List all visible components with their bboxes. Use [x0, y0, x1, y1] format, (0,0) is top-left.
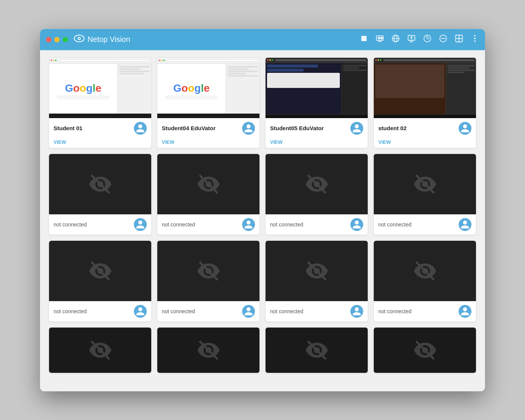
traffic-lights — [46, 37, 68, 42]
view-link-3[interactable]: VIEW — [266, 138, 368, 148]
avatar-6 — [242, 218, 255, 231]
card-info-8: not connected — [374, 214, 476, 235]
svg-rect-9 — [381, 37, 383, 39]
avatar-11 — [350, 305, 363, 318]
view-link-4[interactable]: VIEW — [374, 138, 476, 148]
student-card-4: student 02 VIEW — [374, 58, 476, 148]
avatar-3 — [350, 122, 363, 135]
card-info-1: Student 01 — [49, 118, 151, 138]
svg-rect-8 — [378, 37, 380, 39]
student-grid: Google — [49, 58, 476, 373]
student-card-3: Student05 EduVator VIEW — [266, 58, 368, 148]
svg-point-18 — [411, 37, 413, 38]
avatar-9 — [134, 305, 147, 318]
not-connected-label-10: not connected — [162, 308, 195, 314]
titlebar: Netop Vision — [40, 29, 485, 50]
card-preview-9 — [49, 241, 151, 301]
card-info-9: not connected — [49, 301, 151, 322]
student-card-10: not connected — [157, 241, 259, 322]
toolbar — [360, 34, 479, 45]
monitor-icon[interactable] — [407, 34, 416, 45]
minimize-button[interactable] — [54, 37, 60, 42]
layout-icon[interactable] — [455, 34, 463, 45]
not-connected-label-9: not connected — [54, 308, 87, 314]
student-name-3: Student05 EduVator — [270, 125, 324, 131]
card-info-5: not connected — [49, 214, 151, 235]
stop-icon[interactable] — [360, 34, 368, 45]
avatar-5 — [134, 218, 147, 231]
card-preview-11 — [266, 241, 368, 301]
student-card-8: not connected — [374, 154, 476, 235]
block-icon[interactable] — [439, 34, 447, 45]
student-card-13 — [49, 328, 151, 373]
app-logo-icon — [74, 33, 84, 46]
card-preview-12 — [374, 241, 476, 301]
avatar-8 — [459, 218, 471, 231]
card-info-4: student 02 — [374, 118, 476, 138]
student-card-6: not connected — [157, 154, 259, 235]
student-card-14 — [157, 328, 259, 373]
card-info-7: not connected — [266, 214, 368, 235]
card-preview-4 — [374, 58, 476, 118]
svg-line-5 — [81, 35, 82, 36]
card-preview-2: Google — [157, 58, 259, 118]
student-card-16 — [374, 328, 476, 373]
student-name-1: Student 01 — [54, 125, 83, 131]
maximize-button[interactable] — [63, 37, 68, 42]
svg-point-2 — [78, 38, 80, 39]
student-name-4: student 02 — [378, 125, 407, 131]
svg-point-27 — [474, 40, 476, 42]
card-info-2: Student04 EduVator — [157, 118, 259, 138]
student-name-2: Student04 EduVator — [162, 125, 216, 131]
view-link-1[interactable]: VIEW — [49, 138, 151, 148]
card-preview-8 — [374, 154, 476, 214]
not-connected-label-8: not connected — [378, 222, 411, 228]
not-connected-label-12: not connected — [378, 308, 411, 314]
not-connected-label-5: not connected — [54, 222, 87, 228]
avatar-10 — [242, 305, 255, 318]
card-info-11: not connected — [266, 301, 368, 322]
close-button[interactable] — [46, 37, 51, 42]
card-preview-6 — [157, 154, 259, 214]
card-info-3: Student05 EduVator — [266, 118, 368, 138]
avatar-2 — [242, 122, 255, 135]
svg-point-26 — [474, 38, 476, 39]
app-title: Netop Vision — [88, 35, 360, 44]
student-card-15 — [266, 328, 368, 373]
card-preview-5 — [49, 154, 151, 214]
avatar-7 — [350, 218, 363, 231]
svg-line-4 — [77, 35, 77, 36]
more-icon[interactable] — [471, 34, 479, 45]
student-card-1: Google — [49, 58, 151, 148]
card-preview-10 — [157, 241, 259, 301]
card-preview-1: Google — [49, 58, 151, 118]
avatar-12 — [459, 305, 471, 318]
not-connected-label-11: not connected — [270, 308, 303, 314]
card-info-10: not connected — [157, 301, 259, 322]
main-content: Google — [40, 50, 485, 391]
avatar-1 — [134, 122, 147, 135]
student-card-2: Google — [157, 58, 259, 148]
not-connected-label-6: not connected — [162, 222, 195, 228]
svg-point-25 — [474, 35, 476, 37]
student-card-12: not connected — [374, 241, 476, 322]
svg-rect-6 — [361, 36, 367, 41]
card-preview-3 — [266, 58, 368, 118]
card-info-6: not connected — [157, 214, 259, 235]
screen-share-icon[interactable] — [376, 34, 384, 45]
web-icon[interactable] — [391, 34, 400, 45]
audio-icon[interactable] — [423, 34, 431, 45]
student-card-11: not connected — [266, 241, 368, 322]
student-card-7: not connected — [266, 154, 368, 235]
student-card-9: not connected — [49, 241, 151, 322]
card-info-12: not connected — [374, 301, 476, 322]
app-window: Netop Vision — [40, 29, 485, 391]
card-preview-7 — [266, 154, 368, 214]
student-card-5: not connected — [49, 154, 151, 235]
avatar-4 — [459, 122, 471, 135]
not-connected-label-7: not connected — [270, 222, 303, 228]
view-link-2[interactable]: VIEW — [157, 138, 259, 148]
